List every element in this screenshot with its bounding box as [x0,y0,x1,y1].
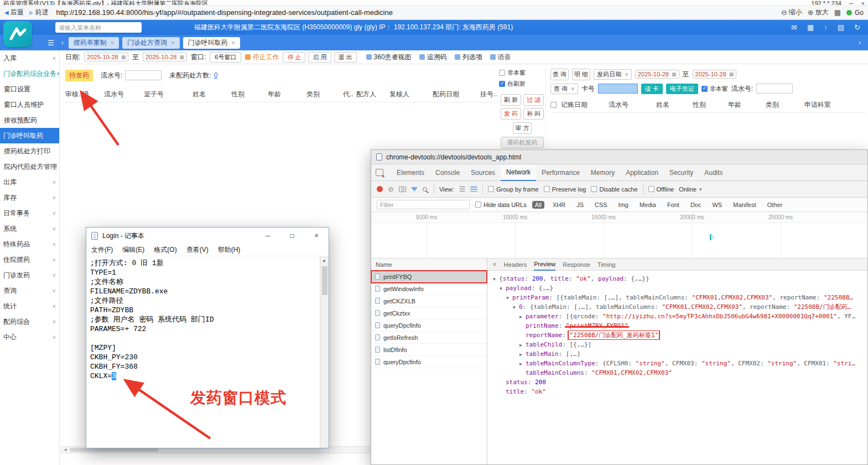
devtools-tab[interactable]: Elements [391,164,430,181]
preserve-log-checkbox[interactable]: Preserve log [544,186,586,193]
search-icon[interactable] [423,187,427,192]
toolbar-link[interactable]: 360患者视图 [366,53,412,62]
sidebar-item[interactable]: 特殊药品∨ [0,236,59,252]
non-local-checkbox[interactable]: 非本窗 [499,69,526,77]
type-filter[interactable]: Media [637,201,659,209]
sidebar-item[interactable]: 出库∨ [0,174,59,190]
expander-icon[interactable]: ▼ [493,275,499,283]
sidebar-item[interactable]: 中心∨ [0,329,59,345]
query-mode-dropdown[interactable]: 查 询∨ [550,84,578,94]
query-date-from[interactable]: 2025-10-28▦ [635,70,679,79]
toolbar-link[interactable]: 列选项 [455,53,482,62]
expander-icon[interactable]: ▼ [506,293,512,302]
qrcode-icon[interactable]: ▦ [807,23,814,32]
action-button[interactable]: 刷 新 [501,94,521,106]
devtools-tab[interactable]: Network [501,164,536,181]
sidebar-item[interactable]: 入库∨ [0,50,59,66]
menu-search-input[interactable] [55,22,142,33]
screenshot-icon[interactable] [399,187,406,192]
go-button[interactable]: Go [846,9,864,17]
clear-icon[interactable]: ⊘ [388,185,394,193]
panel-icon[interactable]: ▦ [834,8,841,17]
scroll-left-icon[interactable]: ‹ [60,39,65,46]
request-row[interactable]: getWindowInfo [371,283,487,295]
sidebar-item[interactable]: 窗口人员维护 [0,97,59,112]
sidebar-item[interactable]: 住院摆药∨ [0,252,59,267]
network-overview[interactable]: 5000 ms10000 ms15000 ms20000 ms25000 ms [371,212,867,259]
inspect-icon[interactable] [376,169,383,176]
devtools-tab[interactable]: Console [430,164,465,181]
sidebar-item[interactable]: 门诊配药综合业务∧ [0,66,59,81]
menu-item[interactable]: 文件(F) [91,245,113,255]
minimize-icon[interactable]: ─ [256,228,280,244]
name-column-header[interactable]: Name [371,259,487,271]
expander-icon[interactable]: ▶ [519,340,526,349]
back-button[interactable]: ◀后退 [4,8,24,17]
tab-close-icon[interactable]: × [232,39,235,46]
notepad-titlebar[interactable]: Login - 记事本 ─ □ × [86,228,329,244]
devtools-tab[interactable]: Security [664,164,699,181]
scrollbar[interactable]: ▲ [320,256,329,448]
query-serial-input[interactable] [756,84,793,94]
toolbar-link[interactable]: 追溯码 [419,53,447,62]
action-button[interactable]: 补 叫 [523,108,544,120]
sidebar-item[interactable]: 摆药机处方打印 [0,143,59,159]
non-local-checkbox[interactable]: 非本窗 [701,85,728,93]
group-by-frame-checkbox[interactable]: Group by frame [488,186,538,193]
serial-input[interactable] [125,70,162,80]
request-row[interactable]: queryDpcfinfo [371,319,487,332]
forward-button[interactable]: ▶前进 [29,8,49,17]
query-date-to[interactable]: 2025-10-28▦ [693,70,737,79]
scrollbar-thumb[interactable] [70,448,158,452]
date-type-dropdown[interactable]: 发药日期∨ [594,69,632,80]
list-view-icon[interactable]: ☰ [459,185,466,193]
action-button[interactable]: 摆药机发药 [501,137,544,148]
expander-icon[interactable]: ▼ [500,284,506,293]
expander-icon[interactable]: ▶ [519,312,526,321]
toolbar-button[interactable]: 退 出 [334,52,357,63]
apps-icon[interactable]: ▤ [838,23,844,32]
expander-icon[interactable]: ▶ [519,359,526,368]
sidebar-item[interactable]: 门诊呼叫取药 [0,128,59,143]
menu-item[interactable]: 帮助(H) [218,245,241,255]
tab[interactable]: 门诊呼叫取药× [183,37,240,49]
devtools-tab[interactable]: Performance [536,164,585,181]
detail-tab[interactable]: Timing [597,259,616,271]
waterfall-view-icon[interactable] [470,186,477,192]
action-button[interactable]: 过 滤 [523,94,544,106]
text-editor[interactable]: ;打开方式: 0 旧 1新TYPE=1;文件名称FILENAME=ZDYBB.e… [86,256,320,448]
auto-refresh-checkbox[interactable]: 自刷新 [499,80,526,88]
devtools-tab[interactable]: Memory [585,164,620,181]
read-card-button[interactable]: 读 卡 [641,84,663,94]
expander-icon[interactable]: ▶ [519,350,526,359]
scrollbar-thumb[interactable] [322,266,328,295]
sidebar-item[interactable]: 系统∨ [0,221,59,236]
tab[interactable]: 门诊处方查询× [122,37,179,49]
sidebar-item[interactable]: 接收预配药 [0,112,59,128]
offline-checkbox[interactable]: Offline [648,186,674,193]
expander-icon[interactable]: ▼ [513,303,519,312]
tab[interactable]: 摆药单重制× [69,37,119,49]
request-row[interactable]: getIsRefresh [371,332,487,344]
menu-item[interactable]: 编辑(E) [122,245,144,255]
toolbar-link[interactable]: 语音 [490,53,511,62]
toolbar-button[interactable]: 启 用 [308,52,331,63]
type-filter[interactable]: WS [709,201,725,209]
devtools-tab[interactable]: Sources [465,164,501,181]
select-all-checkbox[interactable] [550,102,557,108]
refresh-icon[interactable]: ↻ [854,23,860,32]
type-filter[interactable]: Manifest [730,201,759,209]
sidebar-item[interactable]: 门诊发药∨ [0,267,59,283]
share-icon[interactable]: ↑ [824,23,828,32]
type-filter[interactable]: XHR [550,201,568,209]
zoom-in-button[interactable]: ⊕放大 [808,8,829,17]
tab-close-icon[interactable]: × [111,39,114,46]
action-button[interactable]: 审 方 [513,122,531,134]
sidebar-item[interactable]: 院内代煎处方管理 [0,159,59,174]
request-row[interactable]: printFYBQ [371,271,487,283]
request-row[interactable]: getCkztxx [371,307,487,319]
sidebar-item[interactable]: 统计∨ [0,298,59,314]
close-icon[interactable]: × [304,228,329,244]
type-filter[interactable]: Doc [688,201,704,209]
close-icon[interactable]: × [492,260,497,268]
